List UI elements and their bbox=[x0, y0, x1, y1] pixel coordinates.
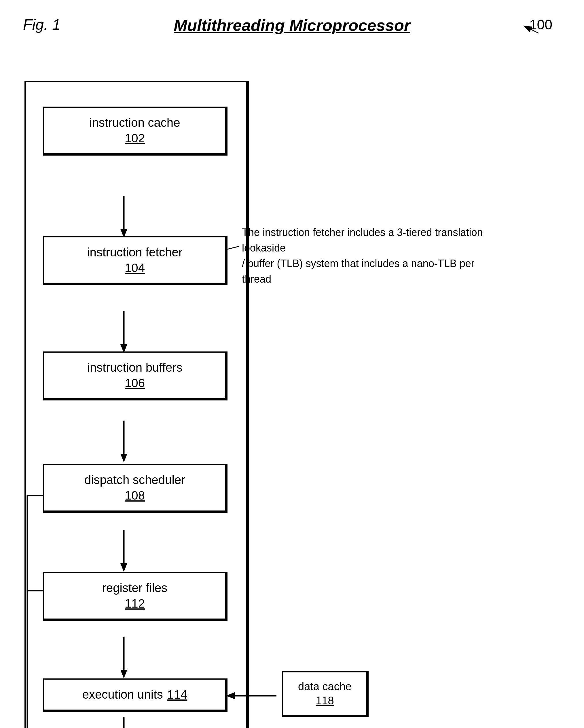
ref-100: 100 bbox=[529, 17, 552, 32]
arrowhead-buffers-dispatch bbox=[121, 454, 127, 462]
instruction-fetcher-box: instruction fetcher 104 bbox=[43, 236, 228, 285]
dispatch-scheduler-container: dispatch scheduler 108 bbox=[43, 464, 228, 513]
execution-units-container: execution units 114 bbox=[43, 678, 228, 712]
arrowhead-regfiles-exec bbox=[121, 670, 127, 678]
instruction-cache-title: instruction cache bbox=[50, 116, 219, 130]
instruction-fetcher-container: instruction fetcher 104 bbox=[43, 236, 228, 285]
annotation-line2-text: buffer (TLB) system that includes a nano… bbox=[242, 258, 475, 285]
outer-diagram-border bbox=[25, 81, 249, 728]
data-cache-ref: 118 bbox=[292, 695, 357, 707]
dispatch-scheduler-box: dispatch scheduler 108 bbox=[43, 464, 228, 513]
execution-units-title: execution units bbox=[82, 688, 163, 701]
feedback-loop-line bbox=[27, 495, 45, 591]
arrowhead-dispatch-regfiles bbox=[121, 563, 127, 572]
data-cache-container: data cache 118 bbox=[282, 671, 369, 717]
register-files-container: register files 112 bbox=[43, 572, 228, 621]
dispatch-scheduler-ref: 108 bbox=[50, 489, 219, 502]
instruction-cache-box: instruction cache 102 bbox=[43, 107, 228, 156]
fig-label: Fig. 1 bbox=[23, 16, 60, 33]
dispatch-scheduler-title: dispatch scheduler bbox=[50, 473, 219, 487]
instruction-buffers-title: instruction buffers bbox=[50, 361, 219, 374]
bottom-feedback-line bbox=[27, 591, 45, 728]
execution-units-ref: 114 bbox=[167, 688, 187, 701]
instruction-fetcher-title: instruction fetcher bbox=[50, 245, 219, 259]
data-cache-title: data cache bbox=[292, 680, 357, 693]
instruction-buffers-ref: 106 bbox=[50, 376, 219, 390]
register-files-title: register files bbox=[50, 581, 219, 595]
instruction-cache-ref: 102 bbox=[50, 131, 219, 145]
instruction-fetcher-ref: 104 bbox=[50, 261, 219, 275]
instruction-cache-container: instruction cache 102 bbox=[43, 107, 228, 156]
register-files-box: register files 112 bbox=[43, 572, 228, 621]
execution-units-box: execution units 114 bbox=[43, 678, 228, 712]
instruction-buffers-container: instruction buffers 106 bbox=[43, 352, 228, 400]
annotation-line1: The instruction fetcher includes a 3-tie… bbox=[242, 225, 501, 256]
annotation-block: The instruction fetcher includes a 3-tie… bbox=[242, 225, 501, 287]
page-title: Multithreading Microprocessor bbox=[174, 16, 410, 34]
register-files-ref: 112 bbox=[50, 597, 219, 610]
annotation-line2: / buffer (TLB) system that includes a na… bbox=[242, 256, 501, 287]
instruction-buffers-box: instruction buffers 106 bbox=[43, 352, 228, 400]
annotation-slash: / bbox=[242, 258, 245, 269]
page: Fig. 1 Multithreading Microprocessor 100 bbox=[0, 0, 584, 728]
